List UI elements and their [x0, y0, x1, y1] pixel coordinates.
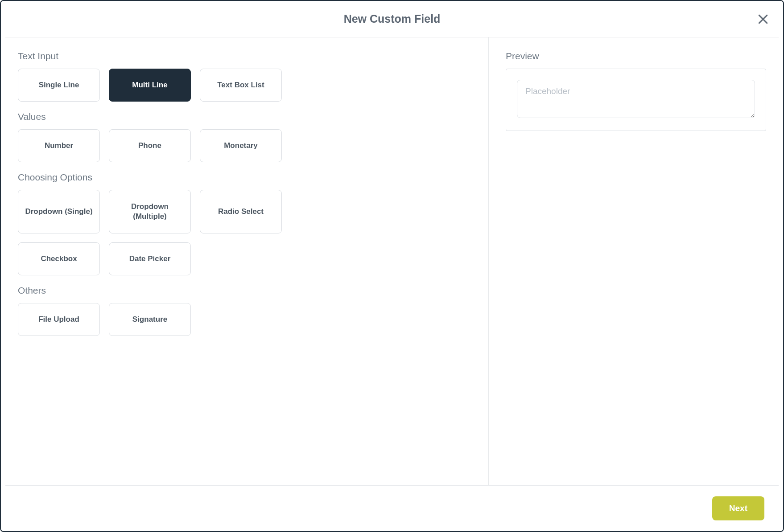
section-values: Values Number Phone Monetary [18, 111, 471, 162]
section-grid: Dropdown (Single) Dropdown (Multiple) Ra… [18, 190, 471, 275]
next-button[interactable]: Next [712, 496, 764, 520]
tile-text-box-list[interactable]: Text Box List [200, 69, 282, 102]
section-label: Text Input [18, 51, 471, 61]
tile-checkbox[interactable]: Checkbox [18, 242, 100, 275]
tile-dropdown-multiple[interactable]: Dropdown (Multiple) [109, 190, 191, 233]
tile-number[interactable]: Number [18, 129, 100, 162]
section-label: Choosing Options [18, 172, 471, 183]
close-button[interactable] [756, 12, 770, 26]
preview-label: Preview [506, 51, 766, 61]
section-choosing-options: Choosing Options Dropdown (Single) Dropd… [18, 172, 471, 275]
tile-date-picker[interactable]: Date Picker [109, 242, 191, 275]
tile-file-upload[interactable]: File Upload [18, 303, 100, 336]
section-grid: Number Phone Monetary [18, 129, 471, 162]
dialog-body: Text Input Single Line Multi Line Text B… [1, 37, 783, 485]
section-label: Values [18, 111, 471, 122]
tile-monetary[interactable]: Monetary [200, 129, 282, 162]
section-others: Others File Upload Signature [18, 285, 471, 336]
section-text-input: Text Input Single Line Multi Line Text B… [18, 51, 471, 102]
section-grid: Single Line Multi Line Text Box List [18, 69, 471, 102]
section-label: Others [18, 285, 471, 296]
tile-phone[interactable]: Phone [109, 129, 191, 162]
tile-single-line[interactable]: Single Line [18, 69, 100, 102]
preview-textarea[interactable] [517, 80, 755, 118]
field-type-panel: Text Input Single Line Multi Line Text B… [1, 37, 489, 485]
tile-dropdown-single[interactable]: Dropdown (Single) [18, 190, 100, 233]
dialog-title: New Custom Field [5, 12, 779, 25]
dialog-footer: Next [5, 485, 779, 531]
tile-signature[interactable]: Signature [109, 303, 191, 336]
tile-multi-line[interactable]: Multi Line [109, 69, 191, 102]
close-icon [756, 12, 770, 26]
section-grid: File Upload Signature [18, 303, 471, 336]
dialog-header: New Custom Field [5, 1, 779, 37]
preview-panel: Preview [489, 37, 783, 485]
tile-radio-select[interactable]: Radio Select [200, 190, 282, 233]
new-custom-field-dialog: New Custom Field Text Input Single Line … [0, 0, 784, 532]
preview-container [506, 69, 766, 131]
